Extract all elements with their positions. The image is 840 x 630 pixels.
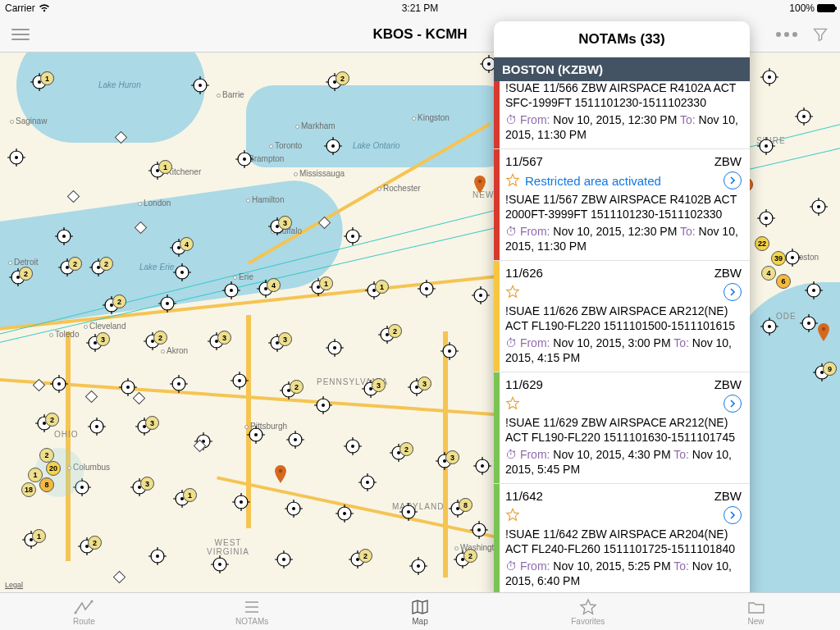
map-waypoint[interactable] xyxy=(344,437,362,455)
filter-icon[interactable] xyxy=(812,26,829,43)
map-waypoint[interactable]: 3 xyxy=(86,334,104,352)
menu-button[interactable] xyxy=(11,29,30,40)
cluster-badge[interactable]: 4 xyxy=(761,266,776,281)
map-waypoint[interactable]: 4 xyxy=(170,239,188,257)
map-waypoint[interactable]: 3 xyxy=(130,478,148,496)
detail-arrow-icon[interactable] xyxy=(724,506,742,524)
map-waypoint[interactable] xyxy=(286,431,304,449)
map-waypoint[interactable] xyxy=(191,76,209,94)
map-waypoint[interactable] xyxy=(760,68,778,86)
detail-arrow-icon[interactable] xyxy=(724,171,742,189)
map-waypoint[interactable] xyxy=(148,547,167,565)
map-waypoint[interactable] xyxy=(326,339,344,357)
map-pin-icon[interactable] xyxy=(818,323,829,341)
map-waypoint[interactable] xyxy=(336,504,354,523)
map-waypoint[interactable] xyxy=(418,280,436,298)
map-waypoint[interactable]: 3 xyxy=(408,378,426,396)
map-waypoint[interactable] xyxy=(158,294,176,313)
map-pin-icon[interactable] xyxy=(275,465,286,483)
map-waypoint[interactable]: 3 xyxy=(436,452,454,470)
map-pin-icon[interactable] xyxy=(474,176,486,194)
tab-route[interactable]: Route xyxy=(0,593,168,630)
tab-map[interactable]: Map xyxy=(336,593,504,630)
map-waypoint[interactable]: 2 xyxy=(349,550,367,568)
detail-arrow-icon[interactable] xyxy=(724,283,742,301)
star-icon[interactable] xyxy=(505,173,520,188)
map-waypoint[interactable] xyxy=(441,342,459,360)
map-navaid[interactable] xyxy=(67,190,80,203)
map-waypoint[interactable]: 3 xyxy=(208,332,226,350)
map-waypoint[interactable] xyxy=(50,375,68,393)
map-waypoint[interactable] xyxy=(473,457,491,475)
map-waypoint[interactable] xyxy=(324,137,342,155)
notam-item[interactable]: 11/626ZBW !SUAE 11/626 ZBW AIRSPACE AR21… xyxy=(494,261,750,372)
map-waypoint[interactable]: 3 xyxy=(135,418,153,436)
map-waypoint[interactable] xyxy=(275,550,293,568)
tab-notams[interactable]: NOTAMs xyxy=(168,593,336,630)
map-waypoint[interactable] xyxy=(170,375,188,393)
map-waypoint[interactable]: 2 xyxy=(35,414,53,432)
cluster-badge[interactable]: 6 xyxy=(776,274,791,289)
map-waypoint[interactable] xyxy=(222,281,240,299)
map-waypoint[interactable] xyxy=(757,137,775,155)
more-button[interactable] xyxy=(776,32,797,37)
cluster-badge[interactable]: 39 xyxy=(771,251,786,266)
map-waypoint[interactable]: 1 xyxy=(309,278,327,296)
map-waypoint[interactable] xyxy=(344,227,362,245)
map-waypoint[interactable] xyxy=(247,426,265,444)
map-waypoint[interactable] xyxy=(800,314,818,332)
map-waypoint[interactable]: 2 xyxy=(390,444,408,462)
notam-item[interactable]: 11/642ZBW !SUAE 11/642 ZBW AIRSPACE AR20… xyxy=(494,484,750,596)
map-navaid[interactable] xyxy=(113,571,126,584)
cluster-badge[interactable]: 18 xyxy=(21,482,36,497)
map-waypoint[interactable]: 2 xyxy=(326,73,344,91)
map-waypoint[interactable] xyxy=(285,500,303,518)
map-waypoint[interactable]: 2 xyxy=(378,326,396,344)
map-waypoint[interactable] xyxy=(760,317,778,336)
map-waypoint[interactable] xyxy=(211,555,229,573)
dest-cluster[interactable]: 33223946 xyxy=(750,231,807,289)
map-waypoint[interactable]: 1 xyxy=(30,73,48,91)
map-waypoint[interactable]: 4 xyxy=(257,280,275,298)
map-waypoint[interactable] xyxy=(119,378,137,396)
map-waypoint[interactable]: 2 xyxy=(103,296,121,314)
map-waypoint[interactable] xyxy=(232,493,250,511)
notams-list[interactable]: !SUAE 11/566 ZBW AIRSPACE R4102A ACT SFC… xyxy=(494,81,750,600)
notam-item[interactable]: 11/629ZBW !SUAE 11/629 ZBW AIRSPACE AR21… xyxy=(494,372,750,484)
map-waypoint[interactable]: 1 xyxy=(173,490,191,508)
map-waypoint[interactable]: 2 xyxy=(78,537,96,555)
notam-link[interactable]: Restricted area activated xyxy=(525,174,661,188)
map-waypoint[interactable]: 2 xyxy=(58,258,76,276)
star-icon[interactable] xyxy=(505,396,520,411)
map-waypoint[interactable] xyxy=(173,263,191,281)
map-waypoint[interactable]: 2 xyxy=(89,258,107,276)
map-waypoint[interactable] xyxy=(805,281,823,299)
map-waypoint[interactable] xyxy=(810,198,828,216)
map-waypoint[interactable]: 2 xyxy=(454,550,472,568)
map-waypoint[interactable]: 2 xyxy=(144,332,162,350)
notam-item[interactable]: 11/567ZBW Restricted area activated !SUA… xyxy=(494,149,750,261)
cluster-badge[interactable]: 8 xyxy=(39,477,54,492)
legal-link[interactable]: Legal xyxy=(5,581,23,589)
detail-arrow-icon[interactable] xyxy=(724,395,742,413)
cluster-badge[interactable]: 20 xyxy=(46,461,61,476)
map-waypoint[interactable]: 3 xyxy=(268,334,286,352)
map-waypoint[interactable]: 3 xyxy=(268,217,286,235)
map-waypoint[interactable] xyxy=(409,557,427,575)
map-waypoint[interactable]: 9 xyxy=(813,363,831,381)
map-waypoint[interactable] xyxy=(472,286,490,304)
map-waypoint[interactable] xyxy=(314,396,332,414)
map-waypoint[interactable]: 8 xyxy=(449,500,467,518)
star-icon[interactable] xyxy=(505,285,520,299)
map-navaid[interactable] xyxy=(85,390,98,404)
star-icon[interactable] xyxy=(505,508,520,523)
map-waypoint[interactable]: 2 xyxy=(9,268,27,286)
map-waypoint[interactable]: 3 xyxy=(362,380,380,398)
map-waypoint[interactable]: 1 xyxy=(148,162,167,180)
map-waypoint[interactable]: 1 xyxy=(22,531,40,549)
origin-cluster[interactable]: 2120818 xyxy=(34,448,84,497)
map-waypoint[interactable] xyxy=(757,209,775,227)
tab-new[interactable]: New xyxy=(672,593,840,630)
tab-favorites[interactable]: Favorites xyxy=(504,593,672,630)
map-waypoint[interactable] xyxy=(399,503,418,521)
